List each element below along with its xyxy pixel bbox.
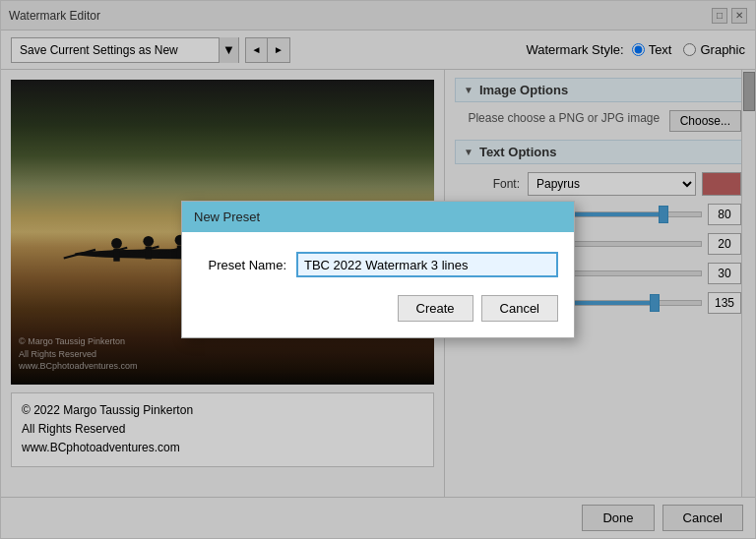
dialog-title: New Preset — [194, 210, 260, 224]
dialog-title-bar: New Preset — [182, 202, 574, 232]
preset-name-row: Preset Name: — [198, 252, 558, 277]
dialog-cancel-button[interactable]: Cancel — [481, 295, 558, 322]
create-button[interactable]: Create — [398, 295, 473, 322]
preset-name-label: Preset Name: — [198, 258, 296, 272]
dialog-body: Preset Name: Create Cancel — [182, 232, 574, 337]
preset-name-input[interactable] — [296, 252, 558, 277]
main-window: Watermark Editor □ ✕ Save Current Settin… — [0, 0, 756, 539]
dialog-overlay: New Preset Preset Name: Create Cancel — [1, 1, 755, 538]
dialog-buttons: Create Cancel — [198, 295, 558, 322]
new-preset-dialog: New Preset Preset Name: Create Cancel — [181, 201, 575, 338]
